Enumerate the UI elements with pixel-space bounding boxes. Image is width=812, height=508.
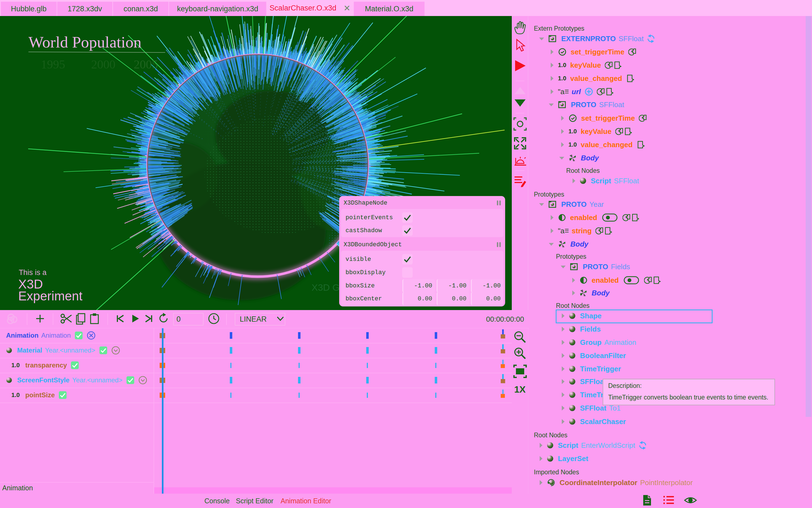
svg-text:2000: 2000 [91,58,115,71]
svg-text:X3D Gl: X3D Gl [312,282,342,293]
svg-text:World Population: World Population [29,33,141,51]
svg-text:This is a: This is a [19,268,47,277]
svg-text:2005: 2005 [134,58,158,71]
svg-text:1995: 1995 [41,58,65,71]
svg-text:Experiment: Experiment [18,289,83,303]
